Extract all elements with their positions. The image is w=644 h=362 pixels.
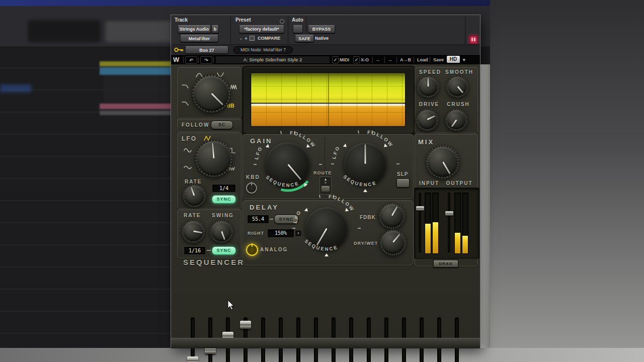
input-fader-track[interactable] xyxy=(419,193,421,253)
waves-logo[interactable]: W xyxy=(173,56,179,63)
seq-swing-knob[interactable] xyxy=(210,220,233,243)
seq-sync-button[interactable]: SYNC xyxy=(212,246,236,255)
input-meter-left-fill xyxy=(425,224,431,253)
delay-right-display[interactable]: 150% xyxy=(267,229,294,238)
setup-a-check[interactable]: ✓ xyxy=(332,56,339,63)
route-key xyxy=(321,186,330,192)
bypass-button[interactable]: BYPASS xyxy=(308,25,335,33)
input-label: INPUT xyxy=(412,180,446,186)
load-button[interactable]: Load xyxy=(417,56,428,63)
delay-right-dropdown[interactable]: ▾ xyxy=(295,230,302,237)
prev-preset-button[interactable]: ← xyxy=(376,56,380,63)
db-label: dB xyxy=(227,103,234,109)
track-section-label: Track xyxy=(175,17,188,23)
midi-node-label: MIDI Node: MetaFilter 7 xyxy=(233,46,293,54)
output-fader-handle[interactable] xyxy=(445,211,453,216)
copy-icon[interactable] xyxy=(250,36,255,41)
drag-button[interactable]: DRAG xyxy=(433,260,458,267)
safe-button[interactable]: SAFE xyxy=(295,35,314,42)
lfo-rate-display[interactable]: 1/4 xyxy=(212,184,236,193)
filter-display[interactable] xyxy=(251,72,406,127)
key-input-selector[interactable]: Bus 27 xyxy=(185,46,228,54)
input-meter-left xyxy=(425,193,431,254)
lfo-sine-icon[interactable] xyxy=(184,148,192,153)
slp-button[interactable] xyxy=(396,178,410,188)
lcd-bezel xyxy=(243,66,415,134)
preset-selector[interactable]: *factory default* xyxy=(239,25,284,33)
lowpass-icon[interactable] xyxy=(182,83,189,88)
midi-button[interactable]: MIDI xyxy=(340,56,349,63)
redo-button[interactable]: ↷ xyxy=(200,56,212,64)
divider xyxy=(465,15,465,44)
track-alt-button[interactable]: b xyxy=(211,25,219,33)
input-fader-handle[interactable] xyxy=(416,206,424,211)
route-label: ROUTE xyxy=(313,170,332,175)
analog-power-button[interactable] xyxy=(246,244,258,256)
drive-knob[interactable] xyxy=(416,109,438,131)
smooth-knob[interactable] xyxy=(446,75,468,98)
mix-knob[interactable] xyxy=(426,145,459,178)
auto-enable-button[interactable] xyxy=(293,25,303,33)
daw-clip-yellow xyxy=(100,61,175,66)
lfo-label: LFO xyxy=(182,135,197,142)
preset-section-label: Preset xyxy=(235,17,251,23)
daw-scrollbar[interactable] xyxy=(480,64,490,348)
save-button[interactable]: Save xyxy=(433,56,444,63)
filter-type-knob[interactable] xyxy=(192,74,230,113)
plugin-selector[interactable]: MetaFilter xyxy=(180,35,218,42)
preset-inc-button[interactable]: + xyxy=(245,36,248,41)
kbd-label: KBD xyxy=(246,174,260,180)
crush-knob[interactable] xyxy=(445,109,467,131)
lfo-sync-button[interactable]: SYNC xyxy=(212,195,236,204)
gain-mod-knob[interactable] xyxy=(264,141,311,188)
track-selector[interactable]: Strings Audio xyxy=(178,25,211,33)
more-button[interactable]: ▾ xyxy=(463,56,465,63)
sc-button[interactable]: SC xyxy=(211,121,233,129)
daw-track-list xyxy=(0,46,171,348)
modulation-panel: GAIN xyxy=(243,134,414,199)
meter-well xyxy=(414,188,479,259)
native-label: Native xyxy=(315,36,329,41)
speed-knob[interactable] xyxy=(417,75,439,98)
seq-rate-display[interactable]: 1/16 xyxy=(184,246,206,255)
preset-dec-button[interactable]: - xyxy=(240,36,242,41)
hd-button[interactable]: HD xyxy=(447,56,460,63)
target-glyph xyxy=(471,38,473,41)
next-preset-button[interactable]: → xyxy=(388,56,392,63)
target-button[interactable] xyxy=(469,35,478,44)
lfo-panel: LFO RATE 1/4 SYNC xyxy=(177,132,242,209)
xo-button[interactable]: X-O xyxy=(361,56,369,63)
drywet-knob[interactable] xyxy=(380,229,406,255)
daw-clips xyxy=(100,60,175,128)
setup-b-check[interactable]: ✓ xyxy=(353,56,360,63)
seq-swing-label: SWING xyxy=(212,213,234,218)
fdbk-knob[interactable] xyxy=(379,203,405,229)
dash xyxy=(207,250,211,251)
mouse-cursor xyxy=(227,300,235,312)
comb-icon[interactable] xyxy=(230,84,237,89)
delay-sync-button[interactable]: SYNC xyxy=(274,215,298,224)
seq-step-handle[interactable] xyxy=(240,321,251,329)
undo-button[interactable]: ↶ xyxy=(185,56,197,64)
lfo-shape-knob[interactable] xyxy=(195,140,232,177)
compare-button[interactable]: COMPARE xyxy=(258,36,280,41)
separator xyxy=(183,57,184,63)
seq-rate-knob[interactable] xyxy=(182,220,205,243)
freq-mod-knob[interactable] xyxy=(343,141,388,187)
a-to-b-button[interactable]: A→B xyxy=(400,56,411,63)
output-fader-track[interactable] xyxy=(448,193,450,253)
highshelf-icon[interactable] xyxy=(182,101,189,106)
lfo-rate-knob[interactable] xyxy=(183,184,206,207)
preset-title[interactable]: A: Simple Sidechain Style 2 xyxy=(215,56,330,64)
output-meter-left-fill xyxy=(455,233,460,253)
seq-step-handle[interactable] xyxy=(187,356,198,362)
input-meter-right xyxy=(432,193,439,254)
route-toggle[interactable]: ▲ ▼ xyxy=(319,176,332,195)
lfo-sine2-icon[interactable] xyxy=(184,165,192,170)
preset-settings-icon[interactable] xyxy=(280,19,284,24)
kbd-power-button[interactable] xyxy=(246,183,257,194)
lcd-center-line xyxy=(328,73,329,126)
separator xyxy=(430,57,430,63)
delay-mod-knob[interactable] xyxy=(304,206,349,251)
delay-time-display[interactable]: 55.4 xyxy=(247,215,269,224)
